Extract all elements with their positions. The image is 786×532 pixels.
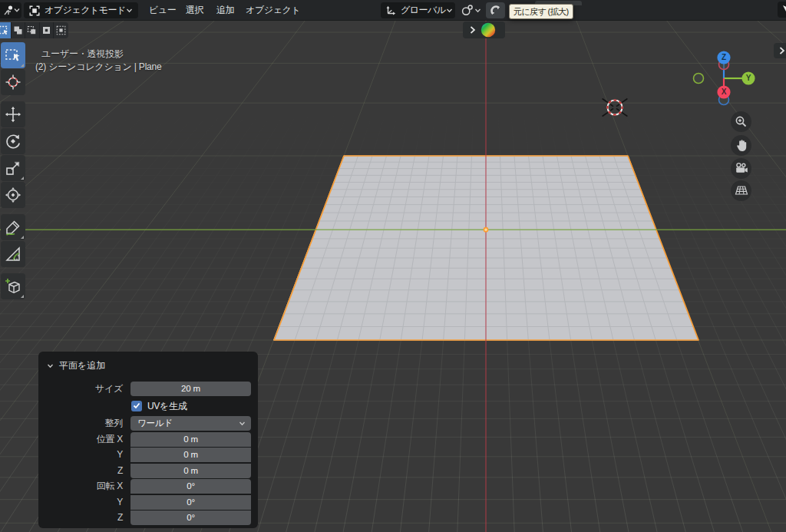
transform-icon <box>5 187 21 203</box>
op-row-3: 位置 X0 m <box>38 432 258 447</box>
tool-move[interactable] <box>1 101 25 127</box>
operator-panel-header[interactable]: 平面を追加 <box>47 359 105 372</box>
op-row-2: 整列ワールド <box>38 416 258 431</box>
op-row-4: Y0 m <box>38 448 258 462</box>
generate-uv-checkbox[interactable] <box>131 401 142 411</box>
op-row-0: サイズ20 m <box>38 382 258 396</box>
measure-icon <box>5 246 21 263</box>
field-label: 回転 X <box>38 479 123 494</box>
select-intersect-icon <box>56 25 66 35</box>
grid-sphere-icon <box>735 185 748 196</box>
tool-annotate[interactable] <box>1 214 25 240</box>
tool-cursor[interactable] <box>1 69 25 95</box>
operator-panel-title: 平面を追加 <box>59 359 105 372</box>
select-mode-set[interactable] <box>0 22 12 38</box>
scale-icon <box>5 160 21 177</box>
editor-type-dropdown[interactable] <box>0 2 21 18</box>
orientation-label: グローバル <box>401 4 446 17</box>
annotate-icon <box>5 219 21 236</box>
field-label: Z <box>38 464 123 478</box>
value-field[interactable]: 0° <box>130 495 251 510</box>
tool-rotate[interactable] <box>1 128 25 154</box>
value-field[interactable]: 0° <box>130 511 251 525</box>
camera-icon <box>735 162 748 174</box>
tooltip: 元に戻す (拡大) <box>509 4 573 19</box>
tool-measure[interactable] <box>1 241 25 267</box>
subtool-indicator <box>21 236 24 239</box>
field-label: 位置 X <box>38 432 123 447</box>
mode-dropdown[interactable]: オブジェクトモード <box>24 2 138 18</box>
object-mode-icon <box>29 5 40 16</box>
op-row-7: Y0° <box>38 495 258 510</box>
tool-scale[interactable] <box>1 155 25 181</box>
select-subtract-icon <box>27 25 37 35</box>
gizmo-cursor-icon <box>781 4 786 15</box>
nav-pan-button[interactable] <box>731 135 751 156</box>
cursor-3d-icon <box>5 74 21 91</box>
field-label: Y <box>38 495 123 510</box>
proportional-editing-icon <box>461 5 474 16</box>
chevron-right-icon <box>468 25 477 35</box>
value-field[interactable]: 0° <box>130 479 251 494</box>
op-row-8: Z0° <box>38 511 258 525</box>
select-mode-intersect[interactable] <box>54 22 68 38</box>
menu-select[interactable]: 選択 <box>183 0 206 21</box>
chevron-down-icon <box>239 420 246 427</box>
magnifier-icon <box>735 115 748 128</box>
subtool-indicator <box>21 64 24 67</box>
select-mode-subtract[interactable] <box>25 22 40 38</box>
navigation-gizmo[interactable]: ZYX <box>682 42 766 115</box>
nav-camera-view-button[interactable] <box>731 158 751 179</box>
chevron-down-icon <box>474 7 481 14</box>
value-field[interactable]: 0 m <box>130 448 251 462</box>
select-mode-invert[interactable] <box>40 22 54 38</box>
tooltip-text: 元に戻す (拡大) <box>514 6 569 18</box>
svg-text:Y: Y <box>746 74 751 82</box>
check-icon <box>133 402 140 409</box>
snap-toggle-button[interactable] <box>486 2 505 18</box>
select-mode-extend[interactable] <box>12 22 26 38</box>
select-invert-icon <box>41 25 51 35</box>
value-field[interactable]: 0 m <box>130 464 251 478</box>
chevron-right-icon <box>778 46 786 55</box>
tool-transform[interactable] <box>1 182 25 208</box>
orientation-dropdown[interactable]: グローバル <box>381 2 455 18</box>
rotate-icon <box>5 133 21 150</box>
viewport-header: オブジェクトモード ビュー 選択 追加 オブジェクト グローバル <box>0 0 786 21</box>
subtool-indicator <box>21 177 24 180</box>
svg-text:Z: Z <box>722 53 726 61</box>
field-label: Z <box>38 511 123 525</box>
mode-label: オブジェクトモード <box>45 4 126 17</box>
align-dropdown[interactable]: ワールド <box>130 416 251 431</box>
blender-window: オブジェクトモード ビュー 選択 追加 オブジェクト グローバル 元に戻す (拡… <box>0 0 786 532</box>
field-label: サイズ <box>38 382 123 396</box>
toolsettings-expand-widget[interactable] <box>463 21 505 38</box>
header-partial-button[interactable] <box>778 2 786 18</box>
field-label: Y <box>38 448 123 462</box>
op-row-1: UVを生成 <box>38 399 258 414</box>
nav-toggle-projection-button[interactable] <box>731 180 751 201</box>
value-field[interactable]: 20 m <box>130 382 251 396</box>
editor-3d-viewport-icon <box>2 5 21 16</box>
select-mode-group <box>0 22 68 38</box>
field-label: 整列 <box>38 416 123 431</box>
rendered-shading-icon <box>481 22 496 38</box>
gizmo-axis-neg--Y <box>694 74 704 84</box>
svg-text:X: X <box>722 88 727 96</box>
tool-select-box[interactable] <box>1 42 25 68</box>
menu-object[interactable]: オブジェクト <box>243 0 303 21</box>
nav-zoom-button[interactable] <box>731 111 751 132</box>
menu-view[interactable]: ビュー <box>146 0 179 21</box>
select-extend-icon <box>13 25 23 35</box>
viewport-view-label: ユーザー・透視投影 <box>41 48 124 61</box>
tool-add-cube[interactable] <box>1 273 25 299</box>
proportional-editing-dropdown[interactable] <box>460 2 484 18</box>
chevron-down-icon <box>47 362 54 369</box>
value-field[interactable]: 0 m <box>130 432 251 447</box>
sidebar-toggle[interactable] <box>774 43 786 58</box>
chevron-down-icon <box>446 7 453 14</box>
op-row-6: 回転 X0° <box>38 479 258 494</box>
menu-add[interactable]: 追加 <box>213 0 237 21</box>
op-row-5: Z0 m <box>38 464 258 478</box>
snap-magnet-icon <box>490 5 502 17</box>
